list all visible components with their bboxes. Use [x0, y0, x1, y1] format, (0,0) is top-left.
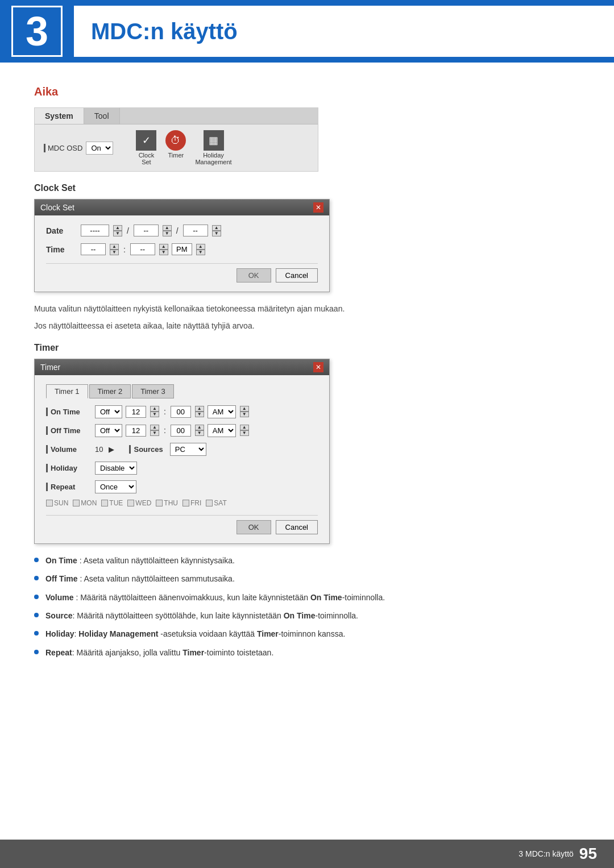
bullet-dot-6 — [34, 650, 39, 654]
bullet-dot-4 — [34, 613, 39, 617]
timer-tab-3[interactable]: Timer 3 — [132, 384, 174, 398]
timer-cancel-button[interactable]: Cancel — [276, 520, 318, 534]
date-label: Date — [46, 226, 77, 235]
days-row: SUN MON TUE WED THU — [46, 499, 318, 507]
bullet-dot-5 — [34, 631, 39, 636]
chapter-title: MDC:n käyttö — [74, 6, 614, 57]
date-row: Date ▲▼ / ▲▼ / ▲▼ — [46, 225, 318, 236]
clock-set-icon-item[interactable]: ✓ ClockSet — [136, 130, 156, 165]
off-time-hour[interactable] — [126, 425, 146, 437]
date-day-spinner[interactable]: ▲▼ — [212, 225, 221, 236]
on-time-hour[interactable] — [126, 406, 146, 418]
repeat-select[interactable]: OnceDailyWeekly — [95, 480, 136, 493]
bullet-list: On Time : Aseta valitun näyttölaitteen k… — [34, 554, 580, 659]
bullet-source: Source: Määritä näyttölaitteen syöttöläh… — [34, 609, 580, 622]
on-time-min[interactable] — [171, 406, 191, 418]
clock-set-cancel-button[interactable]: Cancel — [276, 268, 318, 283]
on-time-label: On Time — [46, 408, 92, 416]
day-wed-checkbox[interactable] — [127, 500, 134, 506]
timer-close-button[interactable]: ✕ — [313, 362, 323, 372]
bullet-volume-text: Volume : Määritä näyttölaitteen äänenvoi… — [45, 591, 385, 604]
clock-desc-1: Muuta valitun näyttölaitteen nykyistä ke… — [34, 302, 580, 315]
clock-set-close-button[interactable]: ✕ — [313, 202, 323, 213]
on-min-spinner[interactable]: ▲▼ — [195, 406, 204, 417]
clock-set-dialog: Clock Set ✕ Date ▲▼ / ▲▼ / ▲▼ Time ▲▼ : — [34, 199, 330, 292]
on-time-select[interactable]: OffOn — [95, 405, 122, 418]
day-thu-checkbox[interactable] — [156, 500, 163, 506]
time-min-input[interactable] — [130, 243, 155, 255]
day-wed[interactable]: WED — [127, 499, 151, 507]
day-tue-checkbox[interactable] — [101, 500, 108, 506]
volume-sources-row: Volume 10 ▶ Sources PCHDMI — [46, 443, 318, 456]
clock-set-ok-button[interactable]: OK — [237, 268, 271, 283]
on-time-row: On Time OffOn ▲▼ : ▲▼ AMPM ▲▼ — [46, 405, 318, 418]
timer-dialog: Timer ✕ Timer 1 Timer 2 Timer 3 On Time … — [34, 359, 330, 544]
chapter-banner: 3 MDC:n käyttö — [0, 0, 614, 63]
day-tue-label: TUE — [109, 499, 123, 507]
off-min-spinner[interactable]: ▲▼ — [195, 425, 204, 436]
time-ampm-input[interactable] — [172, 243, 192, 255]
day-sat-checkbox[interactable] — [206, 500, 213, 506]
day-fri-checkbox[interactable] — [182, 500, 189, 506]
on-ampm-spinner[interactable]: ▲▼ — [240, 406, 249, 417]
ui-mockup: System Tool MDC OSD On Off ✓ ClockSet ⏱ … — [34, 107, 318, 172]
day-mon[interactable]: MON — [73, 499, 97, 507]
date-year-input[interactable] — [81, 225, 109, 236]
off-time-ampm[interactable]: AMPM — [208, 424, 236, 437]
on-hour-spinner[interactable]: ▲▼ — [150, 406, 159, 417]
timer-title: Timer — [40, 363, 60, 372]
mdc-osd-select[interactable]: On Off — [86, 142, 113, 155]
day-thu-label: THU — [164, 499, 178, 507]
clock-desc-2: Jos näyttölaitteessa ei aseteta aikaa, l… — [34, 319, 580, 332]
time-hour-input[interactable] — [81, 243, 106, 255]
sources-select[interactable]: PCHDMI — [170, 443, 206, 456]
on-time-sep: : — [164, 407, 166, 416]
tab-system[interactable]: System — [35, 108, 84, 124]
date-day-input[interactable] — [183, 225, 208, 236]
ui-tabs: System Tool — [35, 108, 318, 124]
date-month-spinner[interactable]: ▲▼ — [163, 225, 172, 236]
off-time-row: Off Time OffOn ▲▼ : ▲▼ AMPM ▲▼ — [46, 424, 318, 437]
date-year-spinner[interactable]: ▲▼ — [113, 225, 122, 236]
off-time-min[interactable] — [171, 425, 191, 437]
off-time-sep: : — [164, 426, 166, 435]
day-sat-label: SAT — [214, 499, 226, 507]
holiday-select[interactable]: DisableEnable — [95, 462, 137, 475]
day-tue[interactable]: TUE — [101, 499, 123, 507]
date-month-input[interactable] — [134, 225, 159, 236]
timer-tab-2[interactable]: Timer 2 — [89, 384, 131, 398]
day-sun[interactable]: SUN — [46, 499, 68, 507]
bullet-holiday-text: Holiday: Holiday Management -asetuksia v… — [45, 628, 345, 640]
bullet-off-time: Off Time : Aseta valitun näyttölaitteen … — [34, 572, 580, 585]
timer-tabs: Timer 1 Timer 2 Timer 3 — [46, 384, 318, 398]
mdc-osd-label: MDC OSD — [44, 144, 82, 152]
time-ampm-spinner[interactable]: ▲▼ — [196, 244, 205, 255]
ui-body: MDC OSD On Off ✓ ClockSet ⏱ Timer ▦ Holi… — [35, 124, 318, 171]
day-sat[interactable]: SAT — [206, 499, 226, 507]
day-mon-checkbox[interactable] — [73, 500, 80, 506]
day-thu[interactable]: THU — [156, 499, 178, 507]
off-hour-spinner[interactable]: ▲▼ — [150, 425, 159, 436]
time-hour-spinner[interactable]: ▲▼ — [110, 244, 119, 255]
clock-set-icon-label: ClockSet — [139, 152, 155, 165]
off-ampm-spinner[interactable]: ▲▼ — [240, 425, 249, 436]
on-time-ampm[interactable]: AMPM — [208, 405, 236, 418]
bullet-on-time-text: On Time : Aseta valitun näyttölaitteen k… — [45, 554, 235, 567]
off-time-select[interactable]: OffOn — [95, 424, 122, 437]
time-row: Time ▲▼ : ▲▼ ▲▼ — [46, 243, 318, 255]
day-fri[interactable]: FRI — [182, 499, 201, 507]
clock-set-body: Date ▲▼ / ▲▼ / ▲▼ Time ▲▼ : ▲▼ ▲▼ — [35, 215, 329, 292]
repeat-label: Repeat — [46, 483, 92, 491]
timer-ok-button[interactable]: OK — [237, 520, 271, 534]
holiday-icon-item[interactable]: ▦ HolidayManagement — [195, 130, 231, 165]
time-min-spinner[interactable]: ▲▼ — [159, 244, 168, 255]
timer-tab-1[interactable]: Timer 1 — [46, 384, 88, 398]
tab-tool[interactable]: Tool — [84, 108, 120, 124]
aika-heading: Aika — [34, 85, 580, 98]
day-wed-label: WED — [135, 499, 151, 507]
bullet-on-time: On Time : Aseta valitun näyttölaitteen k… — [34, 554, 580, 567]
day-sun-checkbox[interactable] — [46, 500, 53, 506]
timer-icon-label: Timer — [168, 152, 184, 159]
volume-arrow[interactable]: ▶ — [109, 445, 114, 454]
timer-icon-item[interactable]: ⏱ Timer — [165, 130, 186, 159]
